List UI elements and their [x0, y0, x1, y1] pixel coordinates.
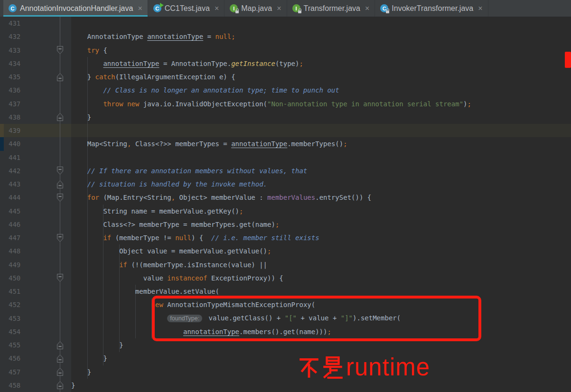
editor-area[interactable]: 431432 AnnotationType annotationType = n…	[0, 17, 571, 392]
fold-up-icon[interactable]	[56, 180, 64, 189]
gutter-cell[interactable]: 446	[0, 218, 71, 231]
tab-label: Transformer.java	[304, 4, 360, 13]
tab-close-icon[interactable]: ×	[215, 5, 219, 12]
code-line[interactable]: value instanceof ExceptionProxy)) {	[71, 271, 571, 285]
tab-close-icon[interactable]: ×	[277, 5, 281, 12]
fold-down-icon[interactable]	[56, 273, 64, 282]
code-line[interactable]: for (Map.Entry<String, Object> memberVal…	[71, 191, 571, 204]
code-token: ;	[267, 247, 271, 255]
editor-line: 441	[0, 151, 571, 164]
code-line[interactable]: // Class is no longer an annotation type…	[71, 84, 571, 97]
gutter-cell[interactable]: 432	[0, 30, 71, 43]
gutter-cell[interactable]: 448	[0, 244, 71, 258]
gutter-cell[interactable]: 436	[0, 84, 71, 97]
fold-up-icon[interactable]	[56, 341, 64, 350]
gutter-cell[interactable]: 457	[0, 365, 71, 379]
fold-up-icon[interactable]	[56, 73, 64, 82]
code-token	[71, 301, 151, 308]
tab-close-icon[interactable]: ×	[138, 5, 142, 12]
gutter-cell[interactable]: 438	[0, 111, 71, 124]
code-line[interactable]: if (memberType != null) { // i.e. member…	[71, 231, 571, 244]
gutter-cell[interactable]: 443	[0, 177, 71, 191]
code-token: annotationType	[231, 140, 287, 148]
line-number: 454	[0, 328, 20, 336]
code-token: (IllegalArgumentException e) {	[115, 73, 235, 81]
code-token: .entrySet()) {	[315, 194, 371, 201]
code-line[interactable]: Object value = memberValue.getValue();	[71, 244, 571, 258]
line-number: 453	[0, 315, 20, 322]
code-line[interactable]: if (!(memberType.isInstance(value) ||	[71, 258, 571, 271]
gutter-cell[interactable]: 447	[0, 231, 71, 244]
code-line[interactable]: AnnotationType annotationType = null;	[71, 30, 571, 43]
fold-up-icon[interactable]	[56, 112, 64, 121]
code-line[interactable]: Map<String, Class<?>> memberTypes = anno…	[71, 137, 571, 150]
gutter-cell[interactable]: 450	[0, 271, 71, 285]
code-line[interactable]: }	[71, 111, 571, 124]
editor-line: 443 // situation is handled by the invok…	[0, 177, 571, 191]
tab-Transformer.java[interactable]: ITransformer.java×	[287, 0, 375, 17]
code-line[interactable]: throw new java.io.InvalidObjectException…	[71, 97, 571, 111]
gutter-cell[interactable]: 453	[0, 312, 71, 325]
lock-badge-icon	[235, 10, 239, 13]
line-number: 445	[0, 207, 20, 215]
code-line[interactable]: // If there are annotation members witho…	[71, 164, 571, 177]
gutter-cell[interactable]: 434	[0, 57, 71, 70]
code-line[interactable]: Class<?> memberType = memberTypes.get(na…	[71, 218, 571, 231]
code-line[interactable]: }	[71, 379, 571, 392]
code-line[interactable]: // situation is handled by the invoke me…	[71, 177, 571, 191]
line-number: 456	[0, 355, 20, 362]
tab-label: Map.java	[241, 4, 272, 13]
gutter-cell[interactable]: 439	[0, 124, 71, 137]
tab-CC1Test.java[interactable]: CCC1Test.java×	[148, 0, 225, 17]
gutter-cell[interactable]: 440	[0, 137, 71, 150]
editor-line: 456 }	[0, 352, 571, 365]
fold-up-icon[interactable]	[56, 367, 64, 376]
code-line[interactable]: try {	[71, 44, 571, 57]
gutter-cell[interactable]: 444	[0, 191, 71, 204]
code-token: (memberType !=	[111, 234, 175, 242]
code-token: ;	[275, 221, 279, 228]
tab-Map.java[interactable]: IMap.java×	[225, 0, 287, 17]
fold-down-icon[interactable]	[56, 166, 64, 175]
gutter-cell[interactable]: 452	[0, 298, 71, 311]
gutter-cell[interactable]: 456	[0, 352, 71, 365]
code-token: null	[175, 234, 191, 242]
gutter-cell[interactable]: 437	[0, 97, 71, 111]
code-token	[71, 167, 87, 175]
code-token	[123, 100, 127, 108]
gutter-cell[interactable]: 451	[0, 285, 71, 298]
code-line[interactable]: String name = memberValue.getKey();	[71, 205, 571, 218]
code-token: Class<?>> memberTypes =	[131, 140, 231, 148]
tab-AnnotationInvocationHandler.java[interactable]: CAnnotationInvocationHandler.java×	[3, 0, 148, 17]
gutter-cell[interactable]: 441	[0, 151, 71, 164]
code-token: Object value = memberValue.getValue()	[71, 247, 267, 255]
fold-down-icon[interactable]	[56, 233, 64, 243]
gutter-mark-440	[0, 137, 4, 150]
gutter-cell[interactable]: 454	[0, 325, 71, 338]
tab-close-icon[interactable]: ×	[478, 5, 482, 12]
gutter-cell[interactable]: 455	[0, 338, 71, 352]
gutter-cell[interactable]: 445	[0, 205, 71, 218]
code-line[interactable]: } catch(IllegalArgumentException e) {	[71, 70, 571, 84]
tab-InvokerTransformer.java[interactable]: CInvokerTransformer.java×	[375, 0, 488, 17]
fold-up-icon[interactable]	[56, 381, 64, 390]
gutter-cell[interactable]: 442	[0, 164, 71, 177]
fold-down-icon[interactable]	[56, 193, 64, 202]
gutter-cell[interactable]: 435	[0, 70, 71, 84]
code-token	[71, 60, 103, 67]
gutter-cell[interactable]: 433	[0, 44, 71, 57]
gutter-cell[interactable]: 458	[0, 379, 71, 392]
code-line[interactable]: annotationType = AnnotationType.getInsta…	[71, 57, 571, 70]
gutter-cell[interactable]: 431	[0, 17, 71, 30]
line-number: 451	[0, 288, 20, 295]
tab-label: AnnotationInvocationHandler.java	[20, 4, 133, 13]
tab-close-icon[interactable]: ×	[365, 5, 369, 12]
editor-line: 447 if (memberType != null) { // i.e. me…	[0, 231, 571, 244]
fold-up-icon[interactable]	[56, 354, 64, 363]
code-token: instanceof	[167, 274, 207, 282]
fold-down-icon[interactable]	[56, 46, 64, 55]
editor-line: 445 String name = memberValue.getKey();	[0, 205, 571, 218]
annotation-text: runtime	[297, 355, 430, 379]
editor-line: 436 // Class is no longer an annotation …	[0, 84, 571, 97]
gutter-cell[interactable]: 449	[0, 258, 71, 271]
